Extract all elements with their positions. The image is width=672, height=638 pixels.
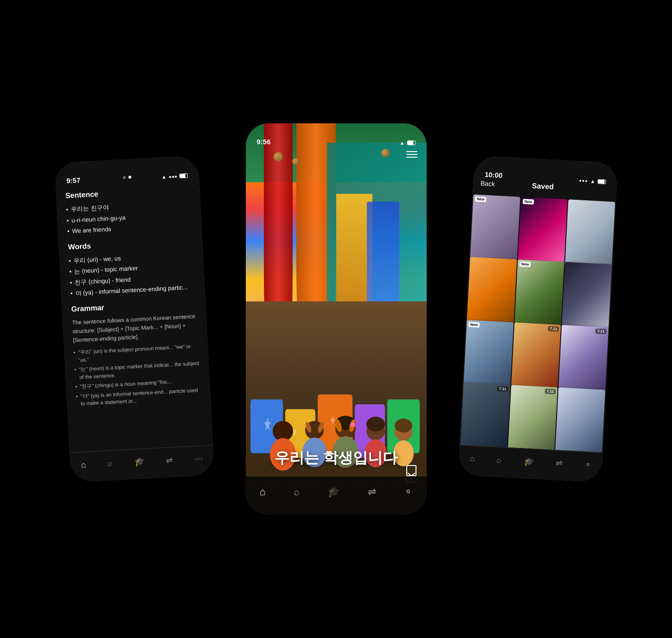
- right-nav-person[interactable]: ⚬: [584, 459, 591, 470]
- sphere-2: [292, 158, 299, 165]
- center-nav-learn[interactable]: 🎓: [327, 486, 340, 498]
- grid-art-12: [556, 387, 605, 446]
- center-bottom-nav: ⌂ ⌕ 🎓 ⇌ ⚬: [246, 477, 427, 515]
- save-icon: [406, 465, 417, 478]
- center-time: 9:56: [257, 138, 271, 146]
- hamburger-line-1: [406, 151, 417, 152]
- center-battery-icon: [407, 140, 416, 145]
- center-nav-search[interactable]: ⌕: [294, 486, 300, 498]
- grid-item-5[interactable]: New우리는 팀입니다: [514, 260, 564, 332]
- left-nav-search[interactable]: ⌕: [107, 458, 113, 468]
- right-wifi-icon: ▲: [590, 179, 595, 185]
- right-nav-route[interactable]: ⇌: [555, 458, 563, 468]
- date-badge-9: 7.11: [595, 328, 606, 334]
- left-phone: 9:57 ▲ ●●● Sentence 우리는 친구야 u-ri-neun ch…: [54, 155, 215, 482]
- left-nav-home[interactable]: ⌂: [81, 459, 86, 470]
- right-nav-search[interactable]: ⌕: [496, 455, 502, 465]
- new-badge-2: New: [522, 199, 534, 204]
- right-signal-dots: ●●●: [579, 178, 588, 183]
- grid-art-1: [470, 194, 520, 253]
- left-time: 9:57: [66, 176, 80, 185]
- grammar-heading: Grammar: [71, 297, 197, 314]
- grid-item-11[interactable]: 7.11: [507, 385, 557, 453]
- center-nav-route[interactable]: ⇌: [368, 486, 376, 498]
- grid-item-4[interactable]: 우리는 가족이야: [466, 257, 516, 329]
- words-heading: Words: [68, 235, 193, 253]
- grammar-body: The sentence follows a common Korean sen…: [71, 312, 198, 345]
- center-nav-home[interactable]: ⌂: [260, 486, 266, 498]
- grid-art-4: [467, 257, 517, 315]
- hamburger-line-3: [406, 157, 417, 158]
- date-badge-11: 7.11: [544, 389, 556, 394]
- grid-item-9[interactable]: 7.11네, 저는 정비사입니다: [558, 325, 608, 397]
- sphere-3: [381, 149, 390, 157]
- sphere-1: [274, 152, 283, 161]
- date-badge-8: 7.11: [548, 326, 559, 332]
- hamburger-menu[interactable]: [406, 151, 417, 158]
- center-status-bar: 9:56 ▲: [246, 123, 427, 148]
- right-phone: 10:00 ●●● ▲ Back Saved New나는 학생이야New그녀는 …: [458, 155, 618, 482]
- wifi-icon: ▲: [161, 174, 166, 180]
- center-wifi-icon: ▲: [400, 140, 405, 146]
- left-nav-route[interactable]: ⇌: [166, 455, 173, 466]
- center-nav-person[interactable]: ⚬: [404, 486, 412, 498]
- svg-point-22: [350, 422, 355, 427]
- svg-rect-31: [407, 466, 416, 476]
- grid-item-12[interactable]: [555, 387, 605, 452]
- children-svg: [246, 297, 427, 473]
- grid-item-8[interactable]: 7.11아니, 나는 정원사가...: [511, 322, 561, 395]
- right-nav-home[interactable]: ⌂: [469, 453, 475, 464]
- right-battery-icon: [597, 179, 606, 184]
- right-time: 10:00: [484, 171, 502, 179]
- grid-item-2[interactable]: New그녀는 아이돌입니다: [517, 197, 567, 269]
- date-badge-10: 7.11: [497, 386, 508, 391]
- svg-point-30: [395, 419, 412, 433]
- center-phone: ★ ● ✦: [246, 123, 427, 515]
- center-screen: ★ ● ✦: [246, 123, 427, 515]
- grid-item-7[interactable]: New저는 의사가 아니야: [463, 319, 513, 392]
- grid-art-5: [514, 260, 564, 318]
- grid-art-2: [518, 197, 568, 255]
- left-bottom-nav: ⌂ ⌕ 🎓 ⇌ ⋯: [69, 445, 214, 483]
- right-status-icons: ●●● ▲: [579, 178, 606, 185]
- left-content-area: Sentence 우리는 친구야 u-ri-neun chin-gu-ya We…: [54, 155, 211, 419]
- new-badge-7: New: [468, 322, 480, 327]
- korean-subtitle: 우리는 학생입니다: [246, 448, 427, 468]
- left-status-icons: ▲ ●●●: [161, 173, 188, 180]
- battery-icon: [179, 173, 187, 179]
- grid-art-7: [464, 319, 513, 378]
- left-screen: 9:57 ▲ ●●● Sentence 우리는 친구야 u-ri-neun ch…: [54, 155, 215, 482]
- grid-item-6[interactable]: 그녀는 회사원이야: [561, 262, 611, 334]
- grid-art-3: [565, 199, 615, 258]
- grid-item-1[interactable]: New나는 학생이야: [469, 194, 519, 267]
- header-spacer: [590, 189, 609, 190]
- right-nav-learn[interactable]: 🎓: [523, 456, 534, 467]
- left-nav-more[interactable]: ⋯: [194, 453, 203, 464]
- grid-item-10[interactable]: 7.11: [460, 383, 510, 453]
- hamburger-line-2: [406, 154, 417, 155]
- svg-point-26: [366, 417, 385, 432]
- new-badge-1: New: [475, 197, 486, 202]
- grid-item-3[interactable]: 네, 저는 부지런한 ...: [565, 199, 615, 272]
- signal-icon: ●●●: [168, 173, 177, 179]
- saved-grid: New나는 학생이야New그녀는 아이돌입니다네, 저는 부지런한 ...우리는…: [459, 193, 616, 452]
- grid-art-6: [562, 262, 612, 320]
- center-status-icons: ▲: [400, 140, 416, 146]
- right-screen: 10:00 ●●● ▲ Back Saved New나는 학생이야New그녀는 …: [458, 155, 618, 482]
- new-badge-5: New: [519, 262, 531, 267]
- left-nav-learn[interactable]: 🎓: [134, 456, 145, 467]
